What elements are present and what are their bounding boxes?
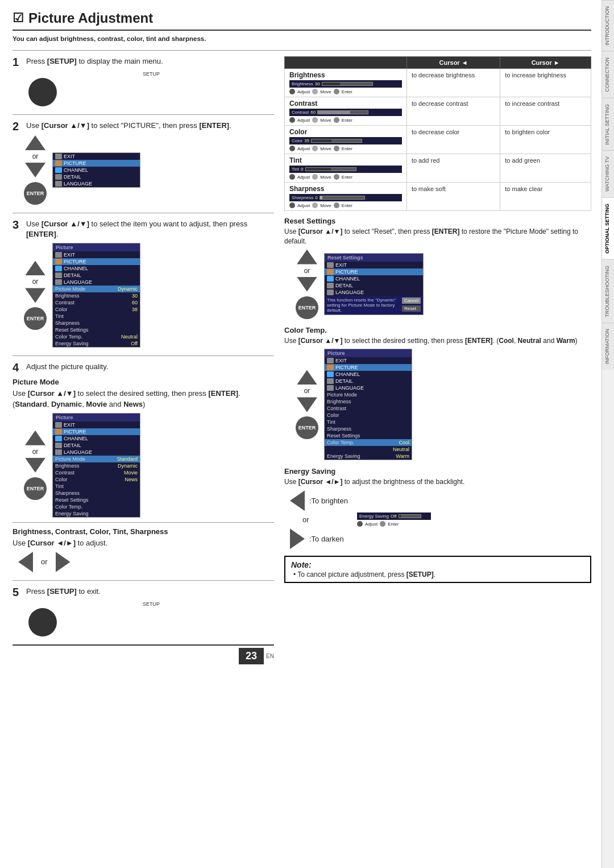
- reset-remote: or ENTER Reset Settings EXIT PICT: [296, 250, 591, 319]
- menu-picture-3: PICTURE: [53, 258, 140, 265]
- step-2-text: Use [Cursor ▲/▼] to select "PICTURE", th…: [26, 121, 231, 131]
- contrast-increase-text: to increase contrast: [505, 100, 559, 107]
- tint-green-cell: to add green: [500, 154, 591, 183]
- tab-initial-setting[interactable]: INITIAL SETTING: [602, 98, 614, 151]
- pm-colortemp: Color Temp.: [53, 503, 140, 510]
- brightness-sub-desc: Use [Cursor ◄/►] to adjust.: [13, 538, 274, 548]
- picture-mode-remote: or ENTER Picture EXIT PICTURE: [24, 413, 274, 518]
- language-icon-ct: [327, 385, 334, 391]
- ct-colortemp-row: Color Temp.Cool: [325, 439, 412, 446]
- ct-energy-row: Energy SavingWarm: [325, 453, 412, 460]
- energy-saving-desc: Use [Cursor ◄/►] to adjust the brightnes…: [284, 477, 591, 487]
- step-5-number: 5: [13, 586, 23, 598]
- brightness-slider: [322, 82, 373, 86]
- cursor-down-btn: [25, 163, 45, 177]
- step-4-text: Adjust the picture quality.: [26, 362, 108, 372]
- pm-sharpness: Sharpness: [53, 490, 140, 497]
- enter-btn-2: ENTER: [24, 182, 47, 205]
- cursor-up-ct: [297, 370, 317, 385]
- tab-optional-setting[interactable]: OPTIONAL SETTING: [602, 197, 614, 259]
- channel-icon-pm: [55, 436, 62, 441]
- cursor-down-ct: [297, 397, 317, 412]
- tint-row: Tint: [53, 313, 140, 320]
- menu-language-2: LANGUAGE: [53, 180, 140, 187]
- contrast-row: Contrast60: [53, 299, 140, 306]
- reset-settings-head: Reset Settings: [284, 217, 591, 225]
- reset-row: Reset Settings: [53, 326, 140, 333]
- to-darken-row: :To darken: [290, 528, 348, 549]
- detail-icon-ct: [327, 378, 334, 384]
- reset-buttons: Cancel Reset: [402, 297, 421, 312]
- exit-icon-3: [55, 252, 62, 258]
- reset-detail: DETAIL: [325, 282, 423, 289]
- step-3: 3 Use [Cursor ▲/▼] to select the item yo…: [13, 219, 274, 348]
- col-cursor-right: Cursor ►: [500, 57, 591, 69]
- language-icon-2: [55, 181, 62, 187]
- setup-button-5: [28, 608, 57, 636]
- menu-channel-3: CHANNEL: [53, 265, 140, 272]
- cursor-down-reset: [297, 277, 317, 292]
- step-1-header: 1 Press [SETUP] to display the main menu…: [13, 56, 274, 68]
- adjust-icon-c: [289, 117, 295, 123]
- note-title: Note:: [291, 560, 584, 569]
- enter-btn-pm: ENTER: [24, 477, 47, 500]
- cursor-up-btn-3: [25, 261, 45, 275]
- step-4-header: 4 Adjust the picture quality.: [13, 362, 274, 373]
- tab-watching-tv[interactable]: WATCHING TV: [602, 150, 614, 197]
- cursor-up-reset: [297, 250, 317, 264]
- pm-contrast: ContrastMovie: [53, 469, 140, 476]
- menu-mockup-step2: EXIT PICTURE CHANNEL DETAIL LANGUAGE: [52, 152, 140, 188]
- step-1-text: Press [SETUP] to display the main menu.: [26, 56, 163, 67]
- sharpness-soft-cell: to make soft: [406, 183, 500, 211]
- to-darken-text: :To darken: [309, 535, 344, 543]
- step-3-text: Use [Cursor ▲/▼] to select the item you …: [26, 219, 274, 239]
- menu-channel-2: CHANNEL: [53, 167, 140, 173]
- tab-connection[interactable]: CONNECTION: [602, 51, 614, 98]
- brightness-mini-row: Adjust Move Enter: [289, 89, 402, 94]
- sharpness-soft-text: to make soft: [412, 185, 446, 192]
- color-mini-row: Adjust Move Enter: [289, 146, 402, 151]
- tint-label: Tint: [289, 156, 402, 164]
- color-temp-section: Color Temp. Use [Cursor ▲/▼] to select t…: [284, 326, 591, 461]
- energy-remote: :To brighten or :To darken Energ: [290, 490, 591, 549]
- ct-detail: DETAIL: [325, 378, 412, 385]
- exit-icon-ct: [327, 358, 334, 363]
- or-text-pm: or: [32, 448, 39, 456]
- tab-information[interactable]: INFORMATION: [602, 323, 614, 370]
- menu-detail-2: DETAIL: [53, 173, 140, 180]
- color-decrease-cell: to decrease color: [406, 126, 500, 154]
- brightness-row-tr: Brightness Brightness 30 Adjust Move Ent…: [285, 69, 591, 97]
- ct-pm-row: Picture Mode: [325, 391, 412, 398]
- page-title-text: Picture Adjustment: [28, 10, 153, 26]
- step-5-text: Press [SETUP] to exit.: [26, 586, 101, 597]
- menu-mockup-step3: Picture EXIT PICTURE CHANNEL DETAIL: [52, 243, 140, 348]
- cursor-down-pm: [25, 458, 45, 473]
- tab-introduction[interactable]: INTRODUCTION: [602, 0, 614, 51]
- ct-color-row: Color: [325, 412, 412, 419]
- reset-channel: CHANNEL: [325, 275, 423, 282]
- tint-row-tr: Tint Tint 0 Adjust Move Enter: [285, 154, 591, 183]
- adjust-icon-sh: [289, 202, 295, 208]
- contrast-label: Contrast: [289, 100, 402, 108]
- page-number: 23: [239, 648, 264, 664]
- step-4: 4 Adjust the picture quality. Picture Mo…: [13, 362, 274, 572]
- adjust-icon-b: [289, 89, 295, 94]
- pm-tint: Tint: [53, 483, 140, 490]
- or-text-reset: or: [304, 267, 310, 275]
- cursor-left-btn: [18, 552, 33, 572]
- cursor-left-energy: [290, 490, 305, 511]
- cursor-up-btn: [25, 135, 45, 150]
- sharpness-clear-cell: to make clear: [500, 183, 591, 211]
- step-3-number: 3: [13, 219, 23, 230]
- picture-mode-head: Picture Mode: [13, 378, 274, 386]
- es-mini-row: Adjust Enter: [357, 521, 431, 527]
- contrast-row-tr: Contrast Contrast 60 Adjust Move Enter: [285, 97, 591, 126]
- brightness-label: Brightness: [289, 71, 402, 79]
- sharpness-cell: Sharpness Sharpness 0 Adjust Move Enter: [285, 183, 407, 211]
- step-2: 2 Use [Cursor ▲/▼] to select "PICTURE", …: [13, 121, 274, 205]
- menu-picture-2: PICTURE: [53, 160, 140, 167]
- step-3-header: 3 Use [Cursor ▲/▼] to select the item yo…: [13, 219, 274, 239]
- enter-btn-reset: ENTER: [296, 296, 318, 319]
- step-3-remote: or ENTER Picture EXIT PICTURE: [24, 243, 274, 348]
- tab-troubleshooting[interactable]: TROUBLESHOOTING: [602, 259, 614, 323]
